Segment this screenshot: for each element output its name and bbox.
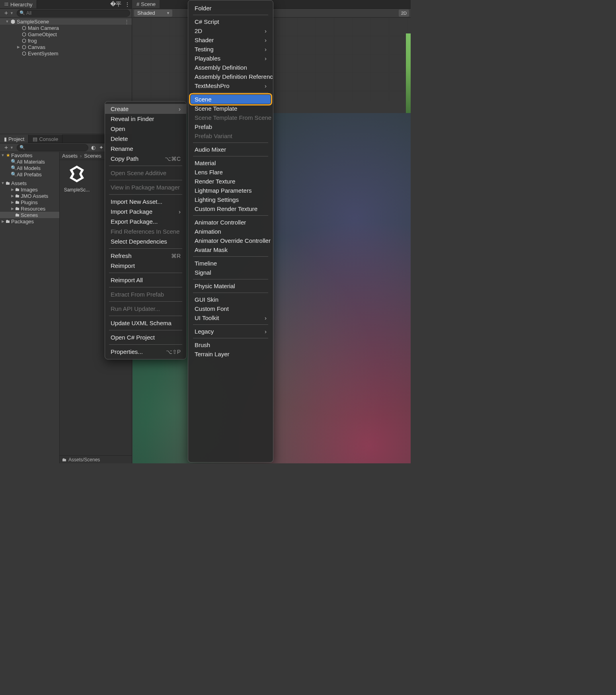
context-menu-item[interactable]: Rename: [105, 144, 186, 154]
context-menu[interactable]: Create›Reveal in FinderOpenDeleteRenameC…: [105, 101, 187, 359]
create-menu-item[interactable]: Physic Material: [188, 281, 273, 291]
create-menu-item[interactable]: Custom Font: [188, 304, 273, 313]
asset-folder-selected[interactable]: 🖿Scenes: [0, 212, 59, 218]
context-menu-item: Find References In Scene: [105, 226, 186, 236]
context-menu-item[interactable]: Import New Asset...: [105, 197, 186, 207]
create-menu-item[interactable]: Signal: [188, 268, 273, 277]
context-menu-item[interactable]: Refresh⌘R: [105, 251, 186, 261]
context-menu-item[interactable]: Reimport All: [105, 275, 186, 285]
create-menu-item[interactable]: Lightmap Parameters: [188, 186, 273, 195]
context-menu-item[interactable]: Reveal in Finder: [105, 114, 186, 124]
hierarchy-add-button[interactable]: ＋▼: [2, 9, 15, 17]
context-menu-item[interactable]: Update UXML Schema: [105, 318, 186, 328]
scene-tab-label: Scene: [141, 1, 156, 7]
create-submenu[interactable]: FolderC# Script2D›Shader›Testing›Playabl…: [188, 0, 273, 463]
assets-header[interactable]: ▼🖿Assets: [0, 180, 59, 186]
create-menu-item[interactable]: Playables›: [188, 54, 273, 63]
create-menu-item[interactable]: Animation: [188, 227, 273, 236]
foldout-icon[interactable]: ▼: [5, 20, 10, 23]
project-search-input[interactable]: [26, 145, 86, 150]
create-menu-item[interactable]: Testing›: [188, 45, 273, 54]
context-menu-item[interactable]: Import Package›: [105, 207, 186, 217]
project-add-button[interactable]: ＋▼: [2, 144, 15, 151]
asset-folder[interactable]: ▶🖿Plugins: [0, 199, 59, 205]
hierarchy-search[interactable]: 🔍: [17, 10, 130, 17]
context-menu-item[interactable]: Open: [105, 124, 186, 134]
create-menu-item[interactable]: Legacy›: [188, 327, 273, 336]
create-menu-item[interactable]: Render Texture: [188, 177, 273, 186]
create-menu-item[interactable]: Scene Template: [188, 104, 273, 113]
hierarchy-toolbar: ＋▼ 🔍: [0, 9, 132, 18]
create-menu-item[interactable]: Terrain Layer: [188, 349, 273, 359]
chevron-right-icon: ›: [179, 208, 181, 215]
favorite-item[interactable]: 🔍All Models: [0, 165, 59, 171]
favorites-header[interactable]: ▼★Favorites: [0, 152, 59, 158]
asset-folder[interactable]: ▶🖿JMO Assets: [0, 193, 59, 199]
filter-by-type-icon[interactable]: ◐: [90, 144, 97, 150]
create-menu-item[interactable]: Folder: [188, 4, 273, 13]
hierarchy-tab[interactable]: Hierarchy: [0, 0, 37, 8]
project-tab[interactable]: ▮ Project: [0, 135, 29, 143]
hierarchy-item[interactable]: Main Camera: [0, 25, 132, 31]
hierarchy-item[interactable]: frog: [0, 37, 132, 44]
gameobject-icon: [21, 51, 27, 56]
hierarchy-item[interactable]: GameObject: [0, 31, 132, 37]
create-menu-item[interactable]: Shader›: [188, 35, 273, 45]
context-menu-item[interactable]: Export Package...: [105, 217, 186, 226]
foldout-icon[interactable]: ▶: [16, 45, 21, 49]
favorite-item[interactable]: 🔍All Prefabs: [0, 171, 59, 178]
filter-by-label-icon[interactable]: ✦: [98, 144, 105, 150]
context-menu-item[interactable]: Reimport: [105, 261, 186, 271]
asset-folder[interactable]: ▶🖿Images: [0, 186, 59, 193]
context-menu-item[interactable]: Open C# Project: [105, 332, 186, 342]
context-menu-item[interactable]: Select Dependencies: [105, 236, 186, 246]
scene-more-icon[interactable]: ⋮: [124, 19, 132, 25]
create-menu-item[interactable]: Material: [188, 158, 273, 168]
shading-dropdown[interactable]: Shaded ▼: [134, 10, 172, 17]
context-menu-item[interactable]: Copy Path⌥⌘C: [105, 154, 186, 164]
project-search[interactable]: 🔍: [17, 144, 88, 151]
hierarchy-menu-icon[interactable]: ⋮: [123, 0, 132, 8]
create-menu-item[interactable]: TextMeshPro›: [188, 81, 273, 90]
hierarchy-scene-row[interactable]: ▼ SampleScene ⋮: [0, 18, 132, 25]
favorites-label: Favorites: [11, 152, 32, 158]
create-menu-item[interactable]: Assembly Definition: [188, 63, 273, 72]
create-menu-item[interactable]: Custom Render Texture: [188, 204, 273, 213]
menu-shortcut: ⌘R: [162, 253, 181, 259]
asset-folder[interactable]: ▶🖿Resources: [0, 205, 59, 212]
hierarchy-item[interactable]: ▶Canvas: [0, 44, 132, 50]
context-menu-item[interactable]: Delete: [105, 134, 186, 144]
create-menu-item[interactable]: Avatar Mask: [188, 245, 273, 254]
create-menu-item[interactable]: Prefab: [188, 122, 273, 131]
create-menu-item[interactable]: Scene: [191, 95, 271, 104]
hierarchy-lock-icon[interactable]: �平: [109, 0, 123, 9]
create-menu-item[interactable]: Lighting Settings: [188, 195, 273, 204]
create-menu-item[interactable]: Brush: [188, 340, 273, 349]
menu-item-label: Delete: [111, 135, 128, 142]
2d-toggle[interactable]: 2D: [399, 10, 409, 17]
context-menu-item[interactable]: Create›: [105, 104, 186, 114]
console-tab[interactable]: ▤ Console: [29, 135, 62, 143]
menu-item-label: Prefab: [195, 123, 212, 130]
create-menu-item[interactable]: Assembly Definition Reference: [188, 72, 273, 81]
create-menu-item[interactable]: UI Toolkit›: [188, 313, 273, 322]
create-menu-item[interactable]: GUI Skin: [188, 295, 273, 304]
scene-tab[interactable]: # Scene: [133, 0, 160, 8]
create-menu-item[interactable]: Animator Controller: [188, 218, 273, 227]
create-menu-item[interactable]: 2D›: [188, 26, 273, 35]
breadcrumb-item[interactable]: Scenes: [84, 153, 101, 159]
packages-header[interactable]: ▶🖿Packages: [0, 218, 59, 225]
menu-item-label: 2D: [195, 27, 202, 34]
hierarchy-search-input[interactable]: [26, 10, 127, 16]
create-menu-item[interactable]: Animator Override Controller: [188, 236, 273, 245]
create-menu-item[interactable]: Audio Mixer: [188, 145, 273, 154]
favorite-item[interactable]: 🔍All Materials: [0, 158, 59, 165]
hierarchy-item[interactable]: EventSystem: [0, 50, 132, 57]
breadcrumb-item[interactable]: Assets: [62, 153, 78, 159]
asset-item[interactable]: SampleSc...: [63, 163, 91, 193]
create-menu-item[interactable]: Timeline: [188, 259, 273, 268]
menu-item-label: GUI Skin: [195, 296, 218, 303]
context-menu-item[interactable]: Properties...⌥⇧P: [105, 347, 186, 357]
create-menu-item[interactable]: C# Script: [188, 17, 273, 26]
create-menu-item[interactable]: Lens Flare: [188, 168, 273, 177]
